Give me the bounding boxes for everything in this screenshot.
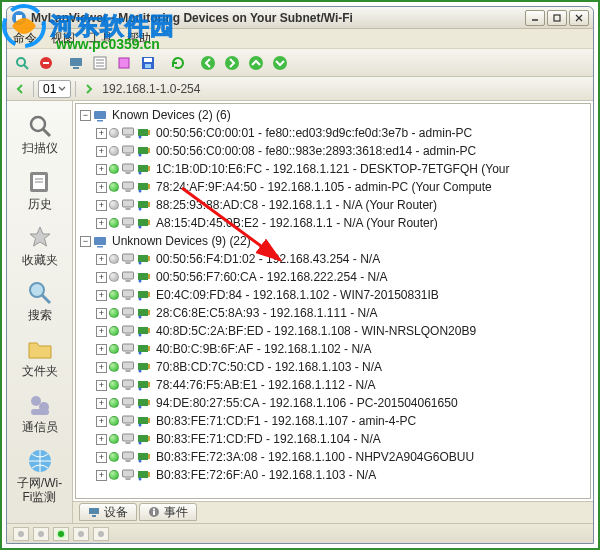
menu-help[interactable]: 帮助 [127,30,151,47]
tree-expand-icon[interactable]: + [96,398,107,409]
tree-expand-icon[interactable]: + [96,146,107,157]
tree-expand-icon[interactable]: + [96,182,107,193]
svg-rect-12 [73,67,79,69]
tree-expand-icon[interactable]: + [96,272,107,283]
sidebar-item-subnet-wifi[interactable]: 子网/Wi-Fi监测 [12,442,68,512]
sidebar-item-messenger[interactable]: 通信员 [12,386,68,442]
tree-collapse-icon[interactable]: − [80,110,91,121]
svg-rect-121 [123,434,134,441]
menu-tools[interactable]: 工具 [89,30,113,47]
svg-rect-127 [126,460,131,462]
tree-expand-icon[interactable]: + [96,380,107,391]
tree-group[interactable]: −Known Devices (2) (6) [76,106,590,124]
close-button[interactable] [569,10,589,26]
device-row[interactable]: +94:DE:80:27:55:CA - 192.168.1.106 - PC-… [76,394,590,412]
device-row[interactable]: +70:8B:CD:7C:50:CD - 192.168.1.103 - N/A [76,358,590,376]
svg-point-22 [225,56,239,70]
svg-point-115 [139,406,142,409]
toolbar-stop-icon[interactable] [35,52,57,74]
toolbar-back-icon[interactable] [197,52,219,74]
tree-expand-icon[interactable]: + [96,416,107,427]
device-entry-text: 40:8D:5C:2A:BF:ED - 192.168.1.108 - WIN-… [153,324,476,338]
maximize-button[interactable] [547,10,567,26]
tree-expand-icon[interactable]: + [96,434,107,445]
device-row[interactable]: +40:B0:C:9B:6F:AF - 192.168.1.102 - N/A [76,340,590,358]
addr-index-chip[interactable]: 01 [38,80,71,98]
device-row[interactable]: +28:C6:8E:C5:8A:93 - 192.168.1.111 - N/A [76,304,590,322]
device-row[interactable]: +A8:15:4D:45:0B:E2 - 192.168.1.1 - N/A (… [76,214,590,232]
toolbar-save-icon[interactable] [137,52,159,74]
svg-rect-99 [148,346,150,351]
device-row[interactable]: +B0:83:FE:71:CD:F1 - 192.168.1.107 - ami… [76,412,590,430]
sidebar-item-history[interactable]: 历史 [12,163,68,219]
device-row[interactable]: +1C:1B:0D:10:E6:FC - 192.168.1.121 - DES… [76,160,590,178]
sidebar-item-search[interactable]: 搜索 [12,274,68,330]
tree-expand-icon[interactable]: + [96,128,107,139]
sidebar-item-favorites[interactable]: 收藏夹 [12,219,68,275]
sidebar-item-folders[interactable]: 文件夹 [12,330,68,386]
svg-rect-46 [138,147,148,154]
addr-prev-icon[interactable] [11,80,29,98]
device-row[interactable]: +78:44:76:F5:AB:E1 - 192.168.1.112 - N/A [76,376,590,394]
device-row[interactable]: +00:50:56:C0:00:08 - fe80::983e:2893:361… [76,142,590,160]
svg-rect-137 [92,515,96,517]
device-row[interactable]: +40:8D:5C:2A:BF:ED - 192.168.1.108 - WIN… [76,322,590,340]
svg-line-26 [43,129,50,136]
device-row[interactable]: +00:50:56:F4:D1:02 - 192.168.43.254 - N/… [76,250,590,268]
svg-rect-113 [138,399,148,406]
tree-expand-icon[interactable]: + [96,344,107,355]
device-row[interactable]: +00:50:56:F7:60:CA - 192.168.222.254 - N… [76,268,590,286]
svg-rect-81 [123,290,134,297]
device-row[interactable]: +B0:83:FE:71:CD:FD - 192.168.1.104 - N/A [76,430,590,448]
toolbar-list-icon[interactable] [89,52,111,74]
tree-group[interactable]: −Unknown Devices (9) (22) [76,232,590,250]
tree-expand-icon[interactable]: + [96,470,107,481]
tree-expand-icon[interactable]: + [96,452,107,463]
minimize-button[interactable] [525,10,545,26]
svg-rect-104 [148,364,150,369]
tree-expand-icon[interactable]: + [96,164,107,175]
svg-rect-62 [148,202,150,207]
toolbar-scan-icon[interactable] [11,52,33,74]
addr-next-icon[interactable] [80,80,98,98]
svg-rect-11 [70,58,82,66]
svg-rect-98 [138,345,148,352]
sidebar-item-label: 扫描仪 [22,142,58,156]
tree-expand-icon[interactable]: + [96,308,107,319]
status-dot-icon [109,290,119,300]
device-row[interactable]: +78:24:AF:9F:A4:50 - 192.168.1.105 - adm… [76,178,590,196]
globe-icon [26,447,54,475]
toolbar-devices-icon[interactable] [65,52,87,74]
tree-expand-icon[interactable]: + [96,218,107,229]
svg-rect-73 [138,255,148,262]
toolbar-down-icon[interactable] [269,52,291,74]
menu-cmd[interactable]: 命令 [13,30,37,47]
toolbar-refresh-icon[interactable] [167,52,189,74]
tree-expand-icon[interactable]: + [96,290,107,301]
tab-devices[interactable]: 设备 [79,503,137,521]
device-row[interactable]: +00:50:56:C0:00:01 - fe80::ed03:9d9c:fe0… [76,124,590,142]
device-row[interactable]: +E0:4C:09:FD:84 - 192.168.1.102 - WIN7-2… [76,286,590,304]
svg-rect-97 [126,352,131,354]
tree-expand-icon[interactable]: + [96,200,107,211]
tree-collapse-icon[interactable]: − [80,236,91,247]
svg-point-110 [139,388,142,391]
tree-expand-icon[interactable]: + [96,254,107,265]
tree-expand-icon[interactable]: + [96,362,107,373]
toolbar-up-icon[interactable] [245,52,267,74]
toolbar-forward-icon[interactable] [221,52,243,74]
toolbar-export-icon[interactable] [113,52,135,74]
svg-rect-124 [148,436,150,441]
svg-rect-35 [31,409,49,415]
svg-rect-60 [126,208,131,210]
device-entry-text: B0:83:FE:71:CD:FD - 192.168.1.104 - N/A [153,432,381,446]
tab-events[interactable]: 事件 [139,503,197,521]
sidebar-item-scanner[interactable]: 扫描仪 [12,107,68,163]
device-row[interactable]: +B0:83:FE:72:6F:A0 - 192.168.1.103 - N/A [76,466,590,484]
device-row[interactable]: +B0:83:FE:72:3A:08 - 192.168.1.100 - NHP… [76,448,590,466]
menu-view[interactable]: 视图 [51,30,75,47]
chevron-down-icon [58,85,66,93]
device-row[interactable]: +88:25:93:88:AD:C8 - 192.168.1.1 - N/A (… [76,196,590,214]
device-tree[interactable]: −Known Devices (2) (6)+00:50:56:C0:00:01… [75,103,591,499]
tree-expand-icon[interactable]: + [96,326,107,337]
